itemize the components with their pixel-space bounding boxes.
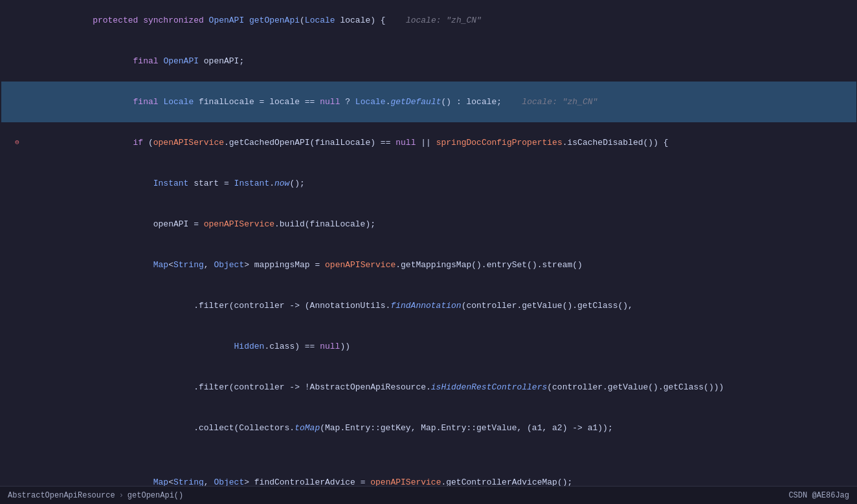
gutter-9: [1, 326, 27, 367]
gutter-13: [1, 462, 27, 486]
gutter-5: [1, 163, 27, 204]
gutter-12: [1, 448, 27, 462]
code-content-7: Map<String, Object> mappingsMap = openAP…: [27, 245, 856, 285]
code-content-4: if (openAPIService.getCachedOpenAPI(fina…: [27, 122, 856, 163]
code-line-13: Map<String, Object> findControllerAdvice…: [1, 462, 856, 486]
breadcrumb-method: getOpenApi(): [128, 491, 183, 500]
code-content-3: final Locale finalLocale = locale == nul…: [27, 82, 856, 122]
code-content-1: protected synchronized OpenAPI getOpenAp…: [27, 0, 856, 41]
breadcrumb-separator: ›: [119, 491, 124, 500]
gutter-icon-4: ⊖: [13, 136, 22, 149]
code-content-2: final OpenAPI openAPI;: [27, 41, 856, 82]
code-content-6: openAPI = openAPIService.build(finalLoca…: [27, 204, 856, 245]
gutter-10: [1, 367, 27, 408]
code-line-5: Instant start = Instant.now();: [1, 163, 856, 204]
gutter-8: [1, 285, 27, 326]
code-line-6: openAPI = openAPIService.build(finalLoca…: [1, 204, 856, 245]
code-editor[interactable]: protected synchronized OpenAPI getOpenAp…: [0, 0, 857, 486]
code-line-3: final Locale finalLocale = locale == nul…: [1, 82, 856, 122]
code-content-8: .filter(controller -> (AnnotationUtils.f…: [27, 285, 856, 326]
code-line-9: Hidden.class) == null)): [1, 326, 856, 367]
code-line-1: protected synchronized OpenAPI getOpenAp…: [1, 0, 856, 41]
code-line-8: .filter(controller -> (AnnotationUtils.f…: [1, 285, 856, 326]
breadcrumb-class: AbstractOpenApiResource: [8, 491, 115, 500]
code-scroll-area[interactable]: protected synchronized OpenAPI getOpenAp…: [0, 0, 857, 486]
code-line-11: .collect(Collectors.toMap(Map.Entry::get…: [1, 408, 856, 448]
gutter-6: [1, 204, 27, 245]
code-content-9: Hidden.class) == null)): [27, 326, 856, 367]
code-line-10: .filter(controller -> !AbstractOpenApiRe…: [1, 367, 856, 408]
breadcrumb: AbstractOpenApiResource › getOpenApi(): [8, 491, 788, 500]
gutter-1: [1, 0, 27, 41]
code-line-12: [1, 448, 856, 462]
gutter-11: [1, 408, 27, 448]
code-content-5: Instant start = Instant.now();: [27, 163, 856, 204]
status-bar: AbstractOpenApiResource › getOpenApi() C…: [0, 486, 857, 504]
code-content-11: .collect(Collectors.toMap(Map.Entry::get…: [27, 408, 856, 448]
code-line-4: ⊖ if (openAPIService.getCachedOpenAPI(fi…: [1, 122, 856, 163]
gutter-7: [1, 245, 27, 285]
gutter-2: [1, 41, 27, 82]
code-content-10: .filter(controller -> !AbstractOpenApiRe…: [27, 367, 856, 408]
code-content-13: Map<String, Object> findControllerAdvice…: [27, 462, 856, 486]
gutter-4: ⊖: [1, 122, 27, 163]
code-content-12: [27, 448, 856, 462]
code-line-7: Map<String, Object> mappingsMap = openAP…: [1, 245, 856, 285]
code-line-2: final OpenAPI openAPI;: [1, 41, 856, 82]
code-table: protected synchronized OpenAPI getOpenAp…: [0, 0, 857, 486]
gutter-3: [1, 82, 27, 122]
status-right: CSDN @AE86Jag: [788, 491, 849, 500]
